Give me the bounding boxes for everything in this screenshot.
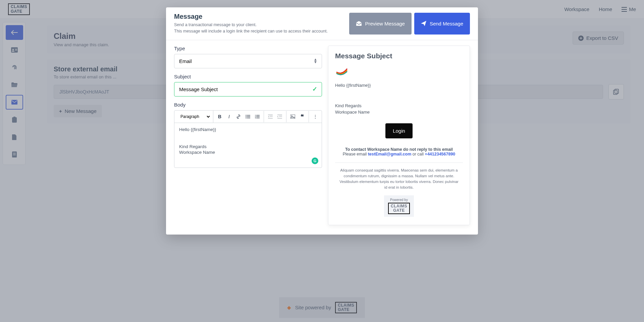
svg-rect-28 <box>268 118 273 119</box>
rich-text-editor: Paragraph B I <box>174 110 322 130</box>
svg-point-15 <box>246 116 246 117</box>
message-form: Type Email ▲▼ Subject ✓ <box>174 46 322 130</box>
svg-rect-23 <box>256 115 260 116</box>
check-icon: ✓ <box>312 85 317 93</box>
indent-icon <box>277 115 282 119</box>
modal-title: Message <box>174 13 328 20</box>
subject-label: Subject <box>174 74 322 79</box>
type-label: Type <box>174 46 322 51</box>
svg-point-14 <box>246 115 246 115</box>
editor-toolbar: Paragraph B I <box>174 111 322 123</box>
subject-input[interactable] <box>174 82 322 96</box>
message-modal: Message Send a transactional message to … <box>166 7 478 129</box>
image-icon <box>290 115 295 119</box>
svg-rect-25 <box>256 118 260 118</box>
list-ul-icon <box>246 115 250 119</box>
type-select[interactable]: Email <box>174 54 322 68</box>
link-icon <box>236 114 241 119</box>
svg-rect-26 <box>268 115 273 115</box>
send-message-button[interactable]: Send Message <box>414 13 470 35</box>
svg-rect-32 <box>290 115 295 119</box>
preview-message-button[interactable]: Preview Message <box>349 13 412 35</box>
preview-signature: Workspace Name <box>335 110 463 115</box>
link-button[interactable] <box>234 112 243 121</box>
outdent-icon <box>268 115 273 119</box>
svg-text:3: 3 <box>255 117 256 119</box>
indent-button[interactable] <box>275 112 284 121</box>
bullet-list-button[interactable] <box>244 112 252 121</box>
preview-logo <box>335 66 463 75</box>
bold-button[interactable]: B <box>215 112 224 121</box>
svg-rect-19 <box>247 118 250 118</box>
svg-point-33 <box>291 115 292 116</box>
more-button[interactable]: ⋮ <box>311 112 320 121</box>
italic-button[interactable]: I <box>225 112 233 121</box>
outdent-button[interactable] <box>266 112 275 121</box>
numbered-list-button[interactable]: 123 <box>253 112 262 121</box>
message-preview: Message Subject Hello {{firstName}} Kind… <box>328 46 470 130</box>
preview-closing: Kind Regards <box>335 103 463 108</box>
preview-greeting: Hello {{firstName}} <box>335 83 463 88</box>
quote-button[interactable]: ❝ <box>298 112 307 121</box>
svg-rect-27 <box>270 116 273 117</box>
svg-rect-17 <box>247 115 250 116</box>
preview-subject: Message Subject <box>335 52 463 60</box>
body-label: Body <box>174 102 322 108</box>
paragraph-select[interactable]: Paragraph <box>176 112 211 121</box>
modal-overlay[interactable]: Message Send a transactional message to … <box>0 0 644 129</box>
modal-description: Send a transactional message to your cli… <box>174 22 328 35</box>
svg-rect-18 <box>247 116 250 117</box>
image-button[interactable] <box>288 112 297 121</box>
envelope-open-icon <box>356 21 362 26</box>
paper-plane-icon <box>421 21 426 26</box>
svg-rect-31 <box>277 118 282 119</box>
svg-rect-30 <box>279 116 282 117</box>
svg-rect-29 <box>277 115 282 115</box>
preview-login-button[interactable]: Login <box>385 123 413 130</box>
list-ol-icon: 123 <box>255 115 260 119</box>
modal-header: Message Send a transactional message to … <box>166 7 478 40</box>
editor-textarea[interactable]: Hello {{firstName}} Kind Regards Workspa… <box>174 123 322 130</box>
svg-point-16 <box>246 117 246 118</box>
svg-rect-24 <box>256 116 260 117</box>
